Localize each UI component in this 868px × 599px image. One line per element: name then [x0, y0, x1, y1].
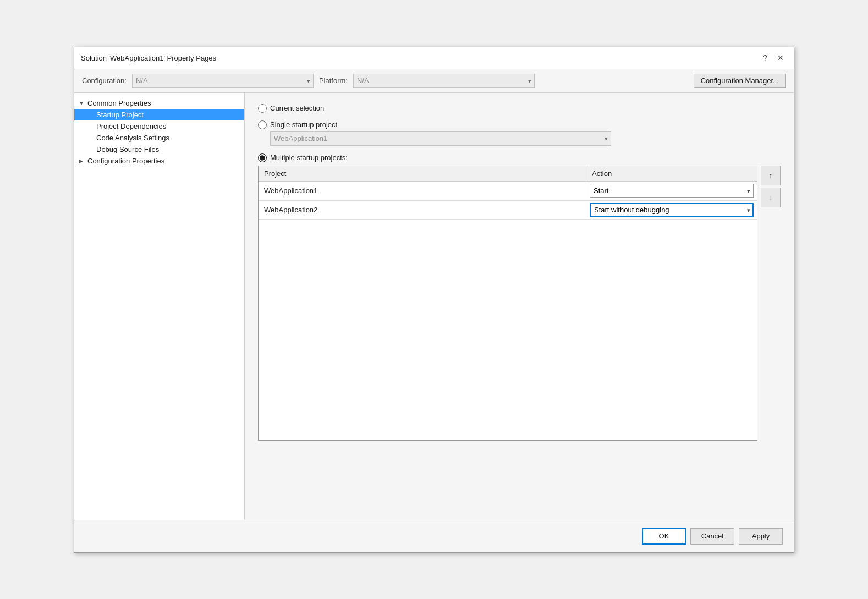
multiple-startup-radio[interactable] — [258, 153, 267, 162]
project-dependencies-label: Project Dependencies — [96, 122, 166, 130]
platform-select[interactable]: N/A — [353, 74, 535, 88]
projects-table-section: Project Action WebApplication1 — [258, 166, 781, 441]
current-selection-row: Current selection — [258, 104, 781, 113]
move-buttons: ↑ ↓ — [761, 166, 781, 207]
single-startup-select[interactable]: WebApplication1 — [270, 131, 611, 146]
move-up-button[interactable]: ↑ — [761, 166, 781, 185]
code-analysis-label: Code Analysis Settings — [96, 134, 169, 142]
single-startup-dropdown-section: WebApplication1 — [270, 131, 781, 146]
row2-action-select[interactable]: None Start Start without debugging — [590, 203, 754, 217]
sidebar-item-startup-project[interactable]: Startup Project — [74, 109, 244, 120]
main-content: ▼ Common Properties Startup Project Proj… — [74, 93, 794, 520]
bottom-bar: OK Cancel Apply — [74, 520, 794, 552]
ok-button[interactable]: OK — [642, 528, 686, 545]
current-selection-label[interactable]: Current selection — [270, 104, 324, 112]
current-selection-radio[interactable] — [258, 104, 267, 113]
col-action: Action — [586, 166, 757, 181]
sidebar-item-debug-source-files[interactable]: Debug Source Files — [74, 144, 244, 155]
table-row: WebApplication1 None Start Start without… — [259, 182, 757, 201]
single-startup-row: Single startup project — [258, 120, 781, 129]
row1-action-cell: None Start Start without debugging — [586, 182, 757, 200]
sidebar-item-project-dependencies[interactable]: Project Dependencies — [74, 120, 244, 132]
col-project: Project — [259, 166, 586, 181]
title-bar-buttons: ? ✕ — [759, 51, 787, 64]
config-label: Configuration: — [82, 76, 127, 85]
config-manager-button[interactable]: Configuration Manager... — [694, 74, 786, 88]
table-empty-area — [259, 220, 757, 429]
multiple-startup-row: Multiple startup projects: — [258, 153, 781, 162]
debug-source-label: Debug Source Files — [96, 145, 159, 153]
property-pages-dialog: Solution 'WebApplication1' Property Page… — [74, 47, 794, 553]
config-select[interactable]: N/A — [132, 74, 314, 88]
single-startup-radio[interactable] — [258, 120, 267, 129]
title-bar: Solution 'WebApplication1' Property Page… — [74, 47, 794, 69]
table-row: WebApplication2 None Start Start without… — [259, 201, 757, 220]
multiple-startup-section: Multiple startup projects: Project Actio… — [258, 153, 781, 441]
sidebar: ▼ Common Properties Startup Project Proj… — [74, 93, 245, 520]
config-select-wrap: N/A — [132, 74, 314, 88]
projects-table: Project Action WebApplication1 — [258, 166, 757, 441]
single-startup-select-wrap: WebApplication1 — [270, 131, 611, 146]
row2-action-cell: None Start Start without debugging — [586, 201, 757, 219]
table-header: Project Action — [259, 166, 757, 182]
single-startup-label[interactable]: Single startup project — [270, 120, 337, 129]
apply-button[interactable]: Apply — [739, 528, 783, 545]
config-properties-arrow: ▶ — [79, 158, 87, 164]
radio-group: Current selection Single startup project… — [258, 104, 781, 441]
help-button[interactable]: ? — [759, 51, 772, 64]
right-panel: Current selection Single startup project… — [245, 93, 794, 520]
common-properties-label: Common Properties — [87, 99, 151, 107]
row1-action-select[interactable]: None Start Start without debugging — [590, 184, 754, 198]
row1-action-select-wrap: None Start Start without debugging — [590, 184, 754, 198]
multiple-startup-label[interactable]: Multiple startup projects: — [270, 153, 348, 162]
platform-label: Platform: — [319, 76, 348, 85]
close-button[interactable]: ✕ — [774, 51, 787, 64]
row2-project: WebApplication2 — [259, 202, 586, 217]
cancel-button[interactable]: Cancel — [690, 528, 734, 545]
common-properties-arrow: ▼ — [79, 100, 87, 106]
dialog-title: Solution 'WebApplication1' Property Page… — [81, 54, 216, 62]
single-startup-section: Single startup project WebApplication1 — [258, 120, 781, 146]
startup-project-label: Startup Project — [96, 111, 144, 119]
sidebar-item-common-properties[interactable]: ▼ Common Properties — [74, 97, 244, 109]
row2-action-select-wrap: None Start Start without debugging — [590, 203, 754, 217]
sidebar-item-configuration-properties[interactable]: ▶ Configuration Properties — [74, 155, 244, 167]
config-properties-label: Configuration Properties — [87, 157, 164, 165]
platform-select-wrap: N/A — [353, 74, 535, 88]
move-down-button[interactable]: ↓ — [761, 188, 781, 207]
projects-table-container: Project Action WebApplication1 — [258, 166, 781, 441]
sidebar-item-code-analysis-settings[interactable]: Code Analysis Settings — [74, 132, 244, 144]
config-bar: Configuration: N/A Platform: N/A Configu… — [74, 69, 794, 93]
row1-project: WebApplication1 — [259, 183, 586, 198]
